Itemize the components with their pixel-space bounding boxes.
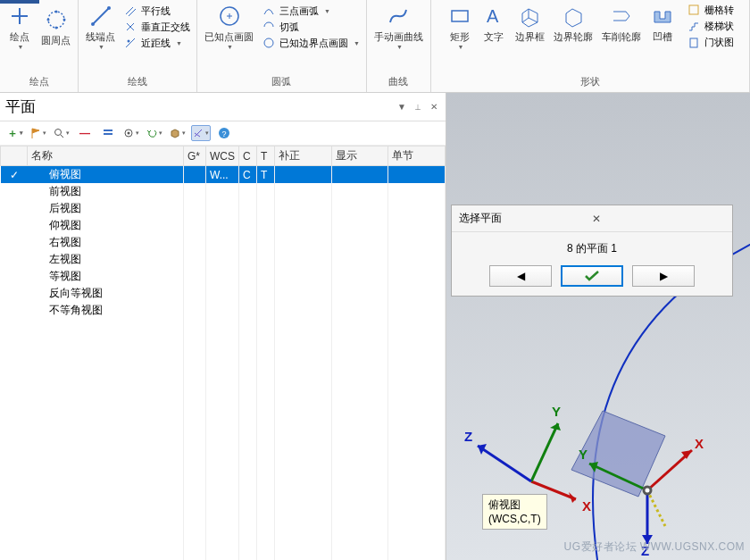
- table-row[interactable]: 不等角视图: [1, 302, 446, 319]
- table-row[interactable]: [1, 486, 446, 501]
- table-row[interactable]: [1, 319, 446, 334]
- dialog-next-button[interactable]: ▶: [632, 265, 695, 287]
- axis-x-label: X: [582, 498, 591, 514]
- svg-point-2: [48, 12, 64, 28]
- door-button[interactable]: 门状图: [684, 34, 737, 50]
- select-plane-dialog: 选择平面 ✕ 8 的平面 1 ◀ ▶: [451, 205, 733, 297]
- toolbar-add-button[interactable]: ＋▾: [5, 125, 25, 141]
- known-pt-arc-button[interactable]: 已知点画圆▼: [201, 2, 257, 52]
- svg-line-40: [647, 490, 665, 526]
- table-row[interactable]: [1, 547, 446, 560]
- dialog-title: 选择平面: [459, 211, 592, 226]
- axis-y-label-2: Y: [579, 447, 588, 462]
- table-header: 名称 G* WCS C T 补正 显示 单节: [1, 146, 446, 166]
- outline-button[interactable]: 边界轮廓: [550, 2, 596, 46]
- svg-point-6: [46, 18, 49, 21]
- svg-line-14: [126, 38, 135, 47]
- svg-point-3: [54, 10, 57, 13]
- toolbar-list-button[interactable]: [98, 125, 118, 141]
- table-row[interactable]: [1, 334, 446, 349]
- toolbar-help-button[interactable]: ?: [214, 125, 234, 141]
- svg-text:A: A: [487, 6, 499, 26]
- table-row[interactable]: 后视图: [1, 200, 446, 217]
- panel-title: 平面: [5, 96, 392, 117]
- bbox-button[interactable]: 边界框: [512, 2, 548, 46]
- view-label-tooltip: 俯视图 (WCS,C,T): [482, 494, 547, 530]
- perp-line-button[interactable]: 垂直正交线: [121, 19, 193, 35]
- svg-line-25: [61, 135, 63, 138]
- svg-point-4: [62, 18, 65, 21]
- dialog-close-icon[interactable]: ✕: [592, 213, 725, 225]
- tangent-arc-button[interactable]: 切弧: [259, 19, 362, 35]
- svg-line-7: [93, 8, 109, 24]
- toolbar-flag-button[interactable]: ▾: [29, 125, 48, 141]
- axis-z-label: Z: [464, 429, 472, 444]
- table-row[interactable]: [1, 425, 446, 440]
- toolbar-gear-button[interactable]: ▾: [121, 125, 141, 141]
- svg-rect-20: [452, 11, 468, 21]
- line-endpoint-button[interactable]: 线端点▼: [82, 2, 119, 52]
- table-row[interactable]: [1, 456, 446, 471]
- dialog-prev-button[interactable]: ◀: [489, 265, 552, 287]
- turning-button[interactable]: 车削轮廓: [598, 2, 645, 46]
- near-line-button[interactable]: 近距线▼: [121, 35, 193, 51]
- svg-point-9: [107, 6, 111, 10]
- three-pt-arc-button[interactable]: 三点画弧▼: [259, 3, 362, 19]
- table-row[interactable]: [1, 501, 446, 516]
- svg-line-35: [531, 423, 558, 481]
- toolbar-box-button[interactable]: ▾: [168, 125, 188, 141]
- table-row[interactable]: [1, 440, 446, 456]
- table-row[interactable]: [1, 395, 446, 410]
- ribbon-group-lines: 线端点▼ 平行线 垂直正交线 近距线▼ 绘线: [79, 0, 197, 92]
- table-row[interactable]: [1, 471, 446, 486]
- toolbar-search-button[interactable]: ▾: [52, 125, 71, 141]
- table-row[interactable]: ✓俯视图W...CT: [1, 166, 446, 184]
- manual-spline-button[interactable]: 手动画曲线▼: [371, 2, 427, 52]
- axis-y-label: Y: [552, 404, 561, 419]
- table-row[interactable]: [1, 531, 446, 547]
- known-edge-arc-button[interactable]: 已知边界点画圆▼: [259, 35, 362, 51]
- planes-panel: 平面 ▼ ⟂ ✕ ＋▾ ▾ ▾ — ▾ ▾ ▾ ▾ ? 名称 G*: [0, 93, 446, 560]
- viewport-geometry: X Y Z X Y Z: [446, 379, 750, 557]
- svg-point-15: [128, 40, 130, 43]
- ribbon-group-splines: 手动画曲线▼ 曲线: [367, 0, 431, 92]
- table-row[interactable]: [1, 516, 446, 531]
- planes-table: 名称 G* WCS C T 补正 显示 单节 ✓俯视图W...CT前视图后视图仰…: [0, 146, 446, 560]
- svg-rect-22: [689, 5, 698, 14]
- toolbar-undo-button[interactable]: ▾: [145, 125, 164, 141]
- svg-point-19: [264, 38, 273, 47]
- table-row[interactable]: 反向等视图: [1, 285, 446, 302]
- stair-button[interactable]: 楼梯状: [684, 18, 737, 34]
- ribbon-group-arcs: 已知点画圆▼ 三点画弧▼ 切弧 已知边界点画圆▼ 圆弧: [197, 0, 367, 92]
- table-row[interactable]: 左视图: [1, 251, 446, 268]
- rect-button[interactable]: 矩形▼: [444, 2, 476, 52]
- text-button[interactable]: A文字: [478, 2, 510, 46]
- panel-close-icon[interactable]: ✕: [428, 101, 440, 113]
- table-row[interactable]: [1, 364, 446, 380]
- toolbar-remove-button[interactable]: —: [75, 125, 95, 141]
- circle-point-button[interactable]: 圆周点: [38, 5, 74, 49]
- svg-point-29: [128, 132, 130, 135]
- sketch-point-button[interactable]: 绘点▼: [4, 2, 36, 52]
- table-row[interactable]: 前视图: [1, 183, 446, 200]
- dialog-ok-button[interactable]: [561, 265, 623, 287]
- svg-point-41: [644, 487, 651, 494]
- viewport-3d[interactable]: 选择平面 ✕ 8 的平面 1 ◀ ▶ X Y: [446, 93, 750, 560]
- table-row[interactable]: 等视图: [1, 268, 446, 285]
- groove-button[interactable]: 凹槽: [646, 2, 679, 46]
- panel-pin-icon[interactable]: ⟂: [412, 101, 424, 113]
- table-row[interactable]: [1, 380, 446, 395]
- svg-rect-27: [104, 133, 112, 135]
- ribbon: 绘点▼ 圆周点 绘点 线端点▼ 平行线 垂直正交线 近距线▼ 绘线: [0, 0, 750, 93]
- svg-rect-26: [104, 130, 112, 131]
- table-row[interactable]: [1, 349, 446, 364]
- table-row[interactable]: [1, 410, 446, 425]
- svg-point-5: [54, 26, 57, 29]
- table-row[interactable]: 仰视图: [1, 217, 446, 234]
- panel-dropdown-icon[interactable]: ▼: [396, 101, 408, 113]
- toolbar-axes-button[interactable]: ▾: [191, 125, 211, 141]
- grid-rotate-button[interactable]: 栅格转: [684, 2, 737, 18]
- ribbon-group-shapes: 矩形▼ A文字 边界框 边界轮廓 车削轮廓 凹槽 栅格转 楼梯状 门状图 形状: [431, 0, 750, 92]
- parallel-line-button[interactable]: 平行线: [121, 3, 193, 19]
- table-row[interactable]: 右视图: [1, 234, 446, 251]
